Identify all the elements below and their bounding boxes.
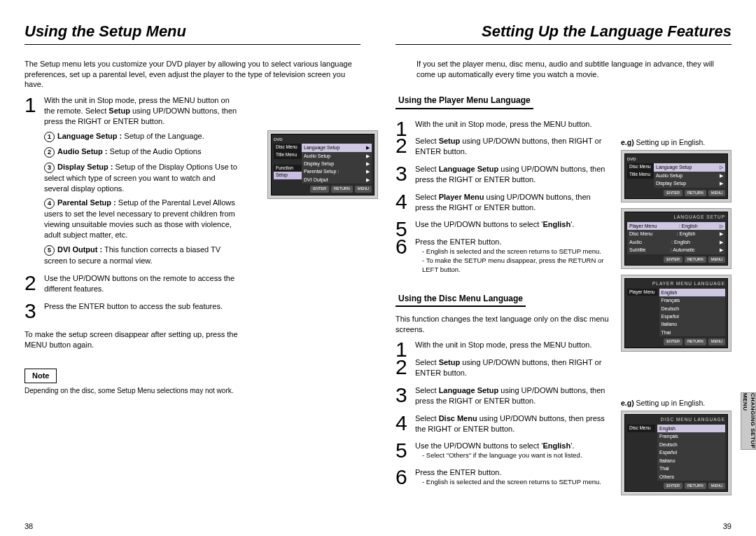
eg-a: e.g) Setting up in English. [621, 137, 732, 147]
left-page: Using the Setup Menu The Setup menu lets… [24, 21, 378, 536]
subhead-disc-menu: Using the Disc Menu Language [396, 291, 526, 307]
osd-column-a: e.g) Setting up in English. DVD Disc Men… [621, 137, 732, 357]
osd-column-b: e.g) Setting up in English. DISC MENU LA… [621, 398, 732, 501]
left-steps: 1 With the unit in Stop mode, press the … [24, 95, 241, 311]
side-tab: CHANGING SETUP MENU [741, 392, 756, 450]
left-intro: The Setup menu lets you customize your D… [24, 59, 360, 90]
right-intro: If you set the player menu, disc menu, a… [396, 59, 732, 80]
subhead-player-menu: Using the Player Menu Language [396, 93, 533, 109]
right-page: Setting Up the Language Features If you … [378, 21, 732, 536]
eg-b: e.g) Setting up in English. [621, 398, 732, 408]
right-heading: Setting Up the Language Features [396, 21, 732, 45]
note-text: Depending on the disc, some Setup Menu s… [24, 386, 241, 396]
step-1-text: With the unit in Stop mode, press the ME… [44, 96, 237, 125]
page-number-left: 38 [24, 521, 33, 532]
sectionB-intro: This function changes the text language … [396, 314, 611, 335]
page-number-right: 39 [723, 521, 732, 532]
sectionA-steps: 1With the unit in Stop mode, press the M… [396, 119, 611, 275]
left-heading: Using the Setup Menu [24, 21, 360, 45]
sectionB-steps: 1With the unit in Stop mode, press the M… [396, 340, 611, 486]
osd-setup-screenshot: DVD Disc Menu Title Menu Function Setup … [267, 130, 378, 199]
note-label: Note [24, 369, 57, 383]
left-closing: To make the setup screen disappear after… [24, 329, 241, 350]
